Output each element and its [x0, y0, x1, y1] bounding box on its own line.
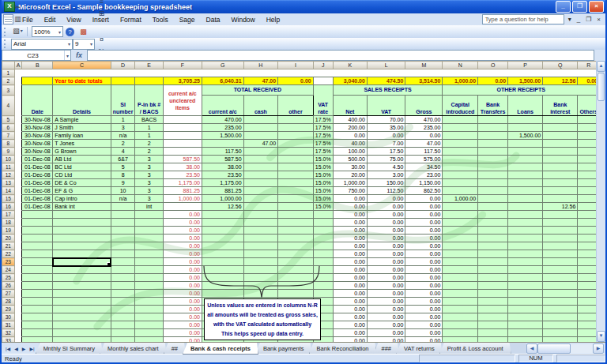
cell-J24[interactable]: [313, 266, 333, 274]
cell-J14[interactable]: 15.0%: [313, 187, 333, 195]
cell-K32[interactable]: 0.00: [333, 329, 367, 337]
cell-P5[interactable]: [508, 116, 543, 124]
cell-F11[interactable]: 38.00: [163, 163, 202, 171]
col-header-A[interactable]: A: [14, 62, 22, 69]
cell-M12[interactable]: 23.00: [405, 171, 443, 179]
cell-M13[interactable]: 1,150.00: [405, 179, 443, 187]
cell-B7[interactable]: 30-Nov-08: [22, 132, 53, 140]
row-header-7[interactable]: 7: [2, 132, 15, 140]
cell-H12[interactable]: [243, 171, 278, 179]
cell-N25[interactable]: [443, 274, 478, 282]
row-header-17[interactable]: 17: [2, 211, 15, 219]
cell-G13[interactable]: 1,175.00: [202, 179, 243, 187]
cell-I20[interactable]: [278, 235, 314, 242]
cell-N18[interactable]: [443, 219, 478, 227]
cell-B8[interactable]: 30-Nov-08: [22, 140, 53, 148]
cell-P32[interactable]: [508, 329, 543, 337]
cell-D5[interactable]: 1: [111, 116, 135, 124]
cell-G6[interactable]: 235.00: [202, 124, 243, 132]
cell-L20[interactable]: 0.00: [367, 235, 405, 242]
cell-Q22[interactable]: [543, 250, 578, 258]
cell-M18[interactable]: 0.00: [405, 219, 443, 227]
cell-I5[interactable]: [278, 116, 314, 124]
cell-E11[interactable]: 3: [135, 163, 163, 171]
cell-K11[interactable]: 30.00: [333, 163, 367, 171]
cell-I9[interactable]: [278, 148, 314, 156]
cell-Q10[interactable]: [543, 156, 578, 163]
cell-L13[interactable]: 150.00: [367, 179, 405, 187]
cell-M26[interactable]: 0.00: [405, 282, 443, 290]
cell-F22[interactable]: 0.00: [163, 250, 202, 258]
row-header-29[interactable]: 29: [2, 306, 15, 313]
cell-B14[interactable]: 01-Dec-08: [22, 187, 53, 195]
row-header-4[interactable]: 4: [2, 96, 15, 116]
cell-K2[interactable]: 3,040.00: [333, 77, 367, 85]
col-header-I[interactable]: I: [278, 62, 314, 69]
cell-D21[interactable]: [111, 242, 135, 250]
cell-O28[interactable]: [478, 298, 508, 306]
cell-P18[interactable]: [508, 219, 543, 227]
cell-P27[interactable]: [508, 290, 543, 298]
cell-L26[interactable]: 0.00: [367, 282, 405, 290]
cell-K28[interactable]: 0.00: [333, 298, 367, 306]
tab-bank-reconciliation[interactable]: Bank Reconciliation: [309, 343, 377, 355]
cell-G14[interactable]: 881.25: [202, 187, 243, 195]
tab-profit-loss-account[interactable]: Profit & Loss account: [439, 343, 511, 355]
cell-F20[interactable]: 0.00: [163, 235, 202, 242]
cell-Q7[interactable]: [543, 132, 578, 140]
cell-B6[interactable]: 30-Nov-08: [22, 124, 53, 132]
cell-E25[interactable]: [135, 274, 163, 282]
cell-M32[interactable]: 0.00: [405, 329, 443, 337]
cell-M15[interactable]: 0.00: [405, 195, 443, 203]
cell-M16[interactable]: 0.00: [405, 203, 443, 211]
cell-F28[interactable]: 0.00: [163, 298, 202, 306]
cell-L10[interactable]: 75.00: [367, 156, 405, 163]
row-header-25[interactable]: 25: [2, 274, 15, 282]
cell-I7[interactable]: [278, 132, 314, 140]
cell-Q20[interactable]: [543, 235, 578, 242]
cell-E13[interactable]: 3: [135, 179, 163, 187]
cell-I2[interactable]: 0.00: [278, 77, 314, 85]
cell-O21[interactable]: [478, 242, 508, 250]
restore-button[interactable]: ❐: [572, 1, 587, 13]
cell-I13[interactable]: [278, 179, 314, 187]
cell-P16[interactable]: [508, 203, 543, 211]
cell-F10[interactable]: 587.50: [163, 156, 202, 163]
cell-C32[interactable]: [53, 329, 111, 337]
cell-G11[interactable]: 38.00: [202, 163, 243, 171]
cell-B23[interactable]: [22, 258, 53, 266]
cell-P26[interactable]: [508, 282, 543, 290]
cell-L11[interactable]: 4.50: [367, 163, 405, 171]
cell-P19[interactable]: [508, 227, 543, 235]
cell-O6[interactable]: [478, 124, 508, 132]
cell-Q32[interactable]: [543, 329, 578, 337]
row-header-21[interactable]: 21: [2, 242, 15, 250]
cell-E31[interactable]: [135, 321, 163, 329]
cell-E16[interactable]: int: [135, 203, 163, 211]
tab-vat-returns[interactable]: VAT returns: [396, 343, 443, 355]
cell-C20[interactable]: [53, 235, 111, 242]
cell-G9[interactable]: 117.50: [202, 148, 243, 156]
cell-N32[interactable]: [443, 329, 478, 337]
header-vat-rate[interactable]: VAT rate: [313, 85, 333, 116]
cell-I17[interactable]: [278, 211, 314, 219]
cell-B30[interactable]: [22, 313, 53, 321]
cell-L8[interactable]: 7.00: [367, 140, 405, 148]
header-details[interactable]: Details: [53, 85, 111, 116]
menu-data[interactable]: Data: [201, 15, 226, 24]
cell-L29[interactable]: 0.00: [367, 306, 405, 313]
cell-I26[interactable]: [278, 282, 314, 290]
cell-M9[interactable]: 117.50: [405, 148, 443, 156]
cell-K18[interactable]: 0.00: [333, 219, 367, 227]
cell-L16[interactable]: 0.00: [367, 203, 405, 211]
cell-E22[interactable]: [135, 250, 163, 258]
cell-F7[interactable]: [163, 132, 202, 140]
cell-K10[interactable]: 500.00: [333, 156, 367, 163]
cell-E32[interactable]: [135, 329, 163, 337]
menu-sage[interactable]: Sage: [174, 15, 201, 24]
cell-E5[interactable]: BACS: [135, 116, 163, 124]
cell-Q18[interactable]: [543, 219, 578, 227]
cell-M8[interactable]: 47.00: [405, 140, 443, 148]
cell-B12[interactable]: 01-Dec-08: [22, 171, 53, 179]
col-header-P[interactable]: P: [508, 62, 543, 69]
